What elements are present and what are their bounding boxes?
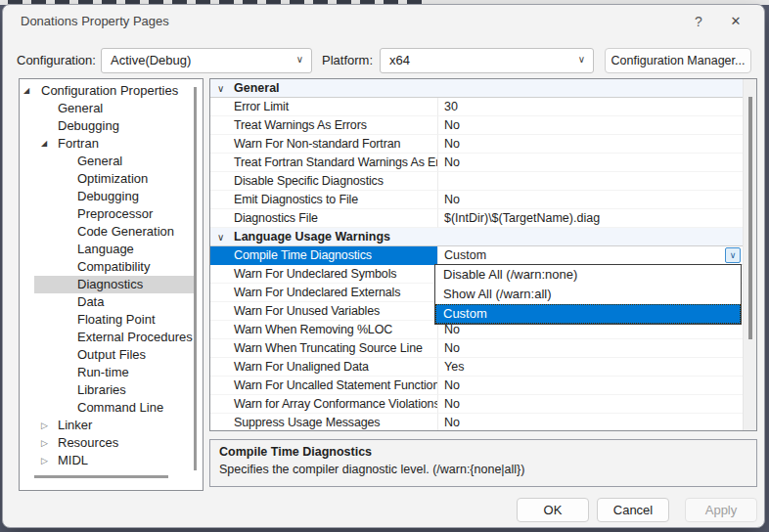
configuration-manager-button[interactable]: Configuration Manager... [605, 48, 751, 73]
grid-row-warn-for-unaligned-data[interactable]: Warn For Unaligned DataYes [210, 358, 743, 377]
property-value[interactable]: No [437, 135, 743, 154]
help-icon[interactable]: ? [684, 11, 713, 32]
property-name[interactable]: Warn When Removing %LOC [210, 321, 437, 339]
property-value[interactable] [437, 172, 743, 191]
property-value[interactable]: No [437, 191, 743, 209]
grid-row-treat-warnings-as-errors[interactable]: Treat Warnings As ErrorsNo [210, 116, 743, 135]
tree-item-general[interactable]: General [20, 153, 203, 170]
tree-expand-icon[interactable]: ▷ [41, 434, 48, 452]
configuration-select[interactable]: Active(Debug) ∨ [101, 48, 312, 73]
compile-time-diagnostics-dropdown: Disable All (/warn:none)Show All (/warn:… [434, 264, 742, 325]
tree-item-libraries[interactable]: Libraries [20, 381, 203, 399]
tree-collapse-icon[interactable]: ◢ [23, 82, 29, 100]
tree-expand-icon[interactable]: ▷ [41, 452, 48, 469]
grid-row-error-limit[interactable]: Error Limit30 [210, 98, 743, 116]
tree-item-label: General [58, 100, 103, 117]
dropdown-option-show-all-warn-all[interactable]: Show All (/warn:all) [435, 285, 741, 304]
property-name[interactable]: Compile Time Diagnostics [210, 246, 437, 265]
grid-row-warn-when-truncating-source-line[interactable]: Warn When Truncating Source LineNo [210, 339, 743, 358]
property-value[interactable]: 30 [437, 98, 743, 116]
grid-row-warn-for-uncalled-statement-function[interactable]: Warn For Uncalled Statement FunctionNo [210, 377, 743, 395]
tree-item-run-time[interactable]: Run-time [20, 364, 203, 381]
platform-select[interactable]: x64 ∨ [380, 48, 594, 73]
tree-item-compatibility[interactable]: Compatibility [20, 258, 203, 276]
grid-row-emit-diagnostics-to-file[interactable]: Emit Diagnostics to FileNo [210, 191, 743, 209]
property-pages-dialog: Donations Property Pages ? ✕ Configurati… [2, 4, 765, 528]
property-name[interactable]: Treat Fortran Standard Warnings As Error… [210, 154, 437, 172]
tree-item-label: Diagnostics [77, 276, 143, 293]
property-value-text: No [444, 341, 460, 355]
property-name[interactable]: Diagnostics File [210, 209, 437, 228]
property-value[interactable]: No [437, 339, 743, 358]
property-name[interactable]: Warn for Array Conformance Violations [210, 395, 437, 414]
tree-item-debugging[interactable]: Debugging [20, 188, 203, 205]
property-name[interactable]: Warn For Undeclared Externals [210, 284, 437, 302]
cancel-button[interactable]: Cancel [597, 498, 669, 522]
tree-item-diagnostics[interactable]: Diagnostics [20, 276, 203, 293]
section-collapse-icon[interactable]: ∨ [217, 228, 224, 246]
property-value[interactable]: Custom∨ [437, 246, 743, 265]
tree-item-label: Compatibility [77, 258, 150, 276]
tree-item-code-generation[interactable]: Code Generation [20, 223, 203, 241]
tree-item-linker[interactable]: ▷Linker [20, 417, 203, 434]
close-icon[interactable]: ✕ [721, 11, 750, 32]
tree-item-floating-point[interactable]: Floating Point [20, 311, 203, 329]
property-name[interactable]: Suppress Usage Messages [210, 414, 437, 431]
property-name[interactable]: Warn For Unaligned Data [210, 358, 437, 377]
grid-section-language-usage-warnings[interactable]: ∨Language Usage Warnings [210, 228, 743, 246]
tree-item-fortran[interactable]: ◢Fortran [20, 135, 203, 153]
property-value[interactable]: No [437, 395, 743, 414]
property-value-text: Custom [444, 248, 486, 262]
tree-item-resources[interactable]: ▷Resources [20, 434, 203, 452]
grid-row-treat-fortran-standard-warnings-as-errors[interactable]: Treat Fortran Standard Warnings As Error… [210, 154, 743, 172]
property-value[interactable]: No [437, 116, 743, 135]
tree-item-general[interactable]: General [20, 100, 203, 117]
property-name[interactable]: Warn For Uncalled Statement Function [210, 377, 437, 395]
tree-item-configuration-properties[interactable]: ◢Configuration Properties [20, 82, 203, 100]
grid-row-compile-time-diagnostics[interactable]: Compile Time DiagnosticsCustom∨ [210, 246, 743, 265]
tree-item-midl[interactable]: ▷MIDL [20, 452, 203, 469]
tree-collapse-icon[interactable]: ◢ [41, 135, 47, 153]
property-name[interactable]: Warn For Non-standard Fortran [210, 135, 437, 154]
tree-expand-icon[interactable]: ▷ [41, 417, 48, 434]
value-combo-dropdown-button[interactable]: ∨ [725, 247, 741, 263]
property-name[interactable]: Error Limit [210, 98, 437, 116]
property-name[interactable]: Warn When Truncating Source Line [210, 339, 437, 358]
property-value[interactable]: No [437, 154, 743, 172]
tree-item-preprocessor[interactable]: Preprocessor [20, 205, 203, 223]
dropdown-option-disable-all-warn-none[interactable]: Disable All (/warn:none) [435, 265, 741, 285]
tree-item-output-files[interactable]: Output Files [20, 346, 203, 364]
property-value[interactable]: $(IntDir)\$(TargetName).diag [437, 209, 743, 228]
property-value[interactable]: No [437, 414, 743, 431]
property-name[interactable]: Warn For Unused Variables [210, 302, 437, 321]
description-panel: Compile Time Diagnostics Specifies the c… [209, 439, 757, 487]
tree-item-label: Run-time [77, 364, 129, 381]
grid-row-disable-specific-diagnostics[interactable]: Disable Specific Diagnostics [210, 172, 743, 191]
grid-scrollbar-thumb[interactable] [748, 97, 752, 339]
grid-row-suppress-usage-messages[interactable]: Suppress Usage MessagesNo [210, 414, 743, 431]
tree-item-label: Debugging [58, 117, 119, 135]
property-name[interactable]: Disable Specific Diagnostics [210, 172, 437, 191]
apply-button[interactable]: Apply [685, 498, 757, 522]
tree-item-debugging[interactable]: Debugging [20, 117, 203, 135]
category-tree: ◢Configuration PropertiesGeneralDebuggin… [19, 78, 204, 491]
title-bar[interactable]: Donations Property Pages ? ✕ [3, 5, 764, 38]
section-collapse-icon[interactable]: ∨ [217, 79, 224, 98]
property-name[interactable]: Emit Diagnostics to File [210, 191, 437, 209]
property-value[interactable]: No [437, 377, 743, 395]
grid-row-warn-for-array-conformance-violations[interactable]: Warn for Array Conformance ViolationsNo [210, 395, 743, 414]
grid-row-diagnostics-file[interactable]: Diagnostics File$(IntDir)\$(TargetName).… [210, 209, 743, 228]
tree-horizontal-scrollbar[interactable] [34, 475, 168, 478]
ok-button[interactable]: OK [517, 498, 589, 522]
tree-item-command-line[interactable]: Command Line [20, 399, 203, 417]
grid-section-general[interactable]: ∨General [210, 79, 743, 98]
property-value[interactable]: Yes [437, 358, 743, 377]
property-name[interactable]: Treat Warnings As Errors [210, 116, 437, 135]
grid-row-warn-for-non-standard-fortran[interactable]: Warn For Non-standard FortranNo [210, 135, 743, 154]
dropdown-option-custom[interactable]: Custom [435, 304, 741, 324]
property-name[interactable]: Warn For Undeclared Symbols [210, 265, 437, 284]
tree-item-language[interactable]: Language [20, 241, 203, 258]
tree-item-external-procedures[interactable]: External Procedures [20, 329, 203, 346]
tree-item-data[interactable]: Data [20, 293, 203, 311]
tree-item-optimization[interactable]: Optimization [20, 170, 203, 188]
